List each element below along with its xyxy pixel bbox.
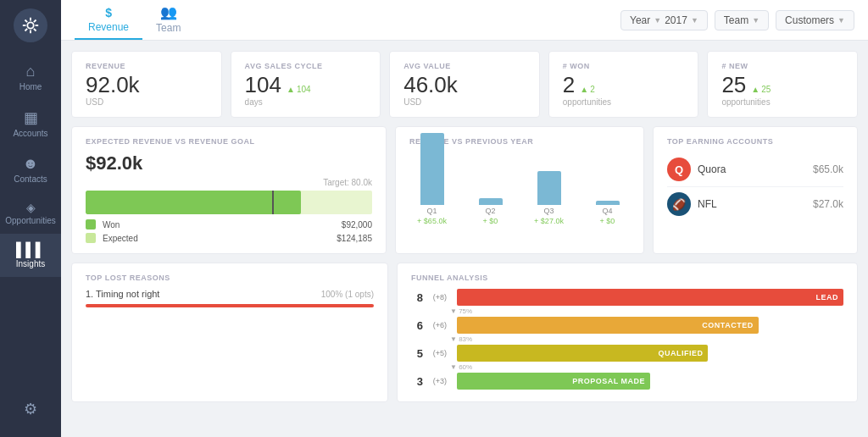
kpi-avg-sales-value: 104 [245,74,281,96]
revenue-goal-amount: $92.0k [86,152,372,174]
bar-col-q3: Q3 + $27.0k [526,171,571,225]
sidebar-item-insights[interactable]: ▌▌▌ Insights [0,234,61,277]
funnel-bar: CONTACTED [457,317,759,334]
kpi-won-unit: opportunities [563,97,685,107]
kpi-new-value: 25 [721,74,746,96]
kpi-revenue-value: 92.0k [86,74,208,96]
funnel-delta: (+3) [428,377,452,385]
funnel-delta: (+6) [428,321,452,329]
account-value-nfl: $27.0k [813,198,843,210]
funnel-bar-label: CONTACTED [702,321,753,329]
kpi-avg-sales-trend: ▲ 104 [287,85,311,94]
kpi-won-value: 2 [563,74,575,96]
kpi-won-label: # WON [563,62,685,70]
account-name-quora: Quora [698,163,806,175]
revenue-goal-bar [86,191,372,214]
sidebar-item-label: Home [19,82,42,91]
funnel-row: 6 (+6) CONTACTED [411,317,843,334]
kpi-new-trend-row: 25 ▲ 25 [721,74,843,96]
bar-sublabel: + $65.0k [417,217,447,225]
bar-col-q4: Q4 + $0 [585,201,630,225]
kpi-new-unit: opportunities [721,97,843,107]
opportunities-icon: ◈ [26,201,36,214]
sidebar-item-label: Opportunities [5,216,55,225]
bottom-row: TOP LOST REASONS 1. Timing not right 100… [71,263,858,402]
sidebar-item-settings[interactable]: ⚙ [0,391,61,429]
bar-sublabel: + $27.0k [534,217,564,225]
sidebar-item-home[interactable]: ⌂ Home [0,54,61,100]
funnel-stage-0: 8 (+8) LEAD ▼ 75% [411,289,843,315]
svg-line-5 [25,19,27,22]
funnel-bar-label: LEAD [816,293,839,301]
funnel-arrow: ▼ 83% [450,335,843,343]
kpi-won: # WON 2 ▲ 2 opportunities [548,51,699,118]
funnel-bar-wrap: CONTACTED [457,317,843,334]
dashboard: REVENUE 92.0k USD AVG SALES CYCLE 104 ▲ … [61,41,868,437]
account-name-nfl: NFL [698,198,806,210]
kpi-avg-value-value: 46.0k [403,74,526,96]
insights-icon: ▌▌▌ [16,242,45,257]
svg-line-7 [34,19,36,22]
funnel-bar: QUALIFIED [457,345,708,362]
filter-year[interactable]: Year ▼ 2017 ▼ [620,10,708,30]
funnel-bar-label: QUALIFIED [658,349,703,357]
funnel-bar: LEAD [457,289,843,306]
legend-expected-label: Expected [103,234,138,243]
lost-reasons-title: TOP LOST REASONS [86,274,374,282]
sidebar-item-opportunities[interactable]: ◈ Opportunities [0,192,61,234]
goal-bar-won [86,191,301,214]
lost-reason-bar [86,304,374,307]
kpi-new-label: # NEW [721,62,843,70]
funnel-delta: (+8) [428,293,452,301]
kpi-avg-value: AVG VALUE 46.0k USD [389,51,540,118]
legend-expected-value: $124,185 [337,234,372,243]
top-accounts-card: TOP EARNING ACCOUNTS Q Quora $65.0k 🏈 NF… [653,126,858,254]
topnav: $ Revenue 👥 Team Year ▼ 2017 ▼ Team ▼ Cu… [61,0,868,41]
filter-team[interactable]: Team ▼ [715,10,769,30]
funnel-stage-3: 3 (+3) PROPOSAL MADE [411,373,843,390]
bar-label: Q2 [485,207,495,215]
sidebar-item-contacts[interactable]: ☻ Contacts [0,147,61,192]
filter-year-value: 2017 [665,14,687,26]
tab-team-label: Team [156,22,181,34]
settings-icon: ⚙ [24,400,37,418]
sidebar-item-label: Insights [16,259,45,268]
chevron-down-icon3: ▼ [752,16,760,25]
legend-won-label: Won [103,220,120,230]
chevron-down-icon: ▼ [654,16,661,25]
account-row-nfl: 🏈 NFL $27.0k [667,187,843,221]
legend-won-box [86,219,96,230]
kpi-revenue-unit: USD [86,97,208,107]
funnel-count: 5 [411,347,423,360]
account-row-quora: Q Quora $65.0k [667,152,843,187]
sidebar-item-accounts[interactable]: ▦ Accounts [0,100,61,147]
lost-reasons-card: TOP LOST REASONS 1. Timing not right 100… [71,263,388,402]
home-icon: ⌂ [26,63,36,80]
funnel-bar-wrap: PROPOSAL MADE [457,373,843,390]
filter-customers[interactable]: Customers ▼ [776,10,854,30]
kpi-won-trend-row: 2 ▲ 2 [563,74,685,96]
lost-reason-row: 1. Timing not right 100% (1 opts) [86,289,374,299]
kpi-avg-sales-label: AVG SALES CYCLE [245,62,367,70]
funnel-stage-1: 6 (+6) CONTACTED ▼ 83% [411,317,843,343]
revenue-goal-title: EXPECTED REVENUE VS REVENUE GOAL [86,137,372,146]
topnav-filters: Year ▼ 2017 ▼ Team ▼ Customers ▼ [620,10,854,30]
bar-label: Q4 [602,207,612,215]
funnel-bar: PROPOSAL MADE [457,373,650,390]
svg-point-0 [27,22,33,28]
tab-team[interactable]: 👥 Team [142,0,194,40]
mid-row: EXPECTED REVENUE VS REVENUE GOAL $92.0k … [71,126,858,254]
funnel-stage-2: 5 (+5) QUALIFIED ▼ 60% [411,345,843,371]
kpi-row: REVENUE 92.0k USD AVG SALES CYCLE 104 ▲ … [71,51,858,118]
revenue-tab-icon: $ [105,6,112,19]
bar [479,198,503,205]
legend-won: Won $92,000 [86,219,372,230]
funnel-arrow: ▼ 75% [450,307,843,315]
kpi-new-trend: ▲ 25 [751,85,771,94]
tab-revenue[interactable]: $ Revenue [75,0,142,40]
tab-revenue-label: Revenue [88,21,129,33]
sidebar: ⌂ Home ▦ Accounts ☻ Contacts ◈ Opportuni… [0,0,61,437]
accounts-icon: ▦ [24,108,38,127]
funnel-card: FUNNEL ANALYSIS 8 (+8) LEAD ▼ 75% 6 (+6)… [397,263,858,402]
lost-reasons-list: 1. Timing not right 100% (1 opts) [86,289,374,307]
